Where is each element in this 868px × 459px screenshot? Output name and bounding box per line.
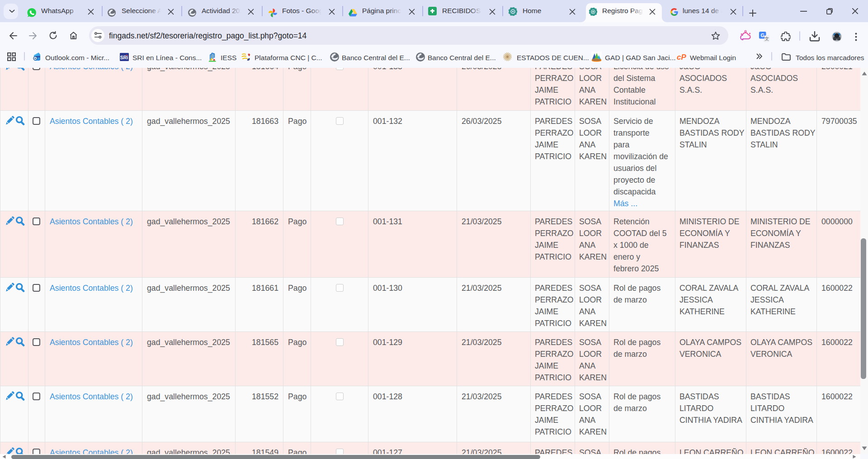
svg-text:G: G [760,33,764,38]
svg-text:文: 文 [764,36,769,41]
svg-text:cP: cP [677,53,686,62]
